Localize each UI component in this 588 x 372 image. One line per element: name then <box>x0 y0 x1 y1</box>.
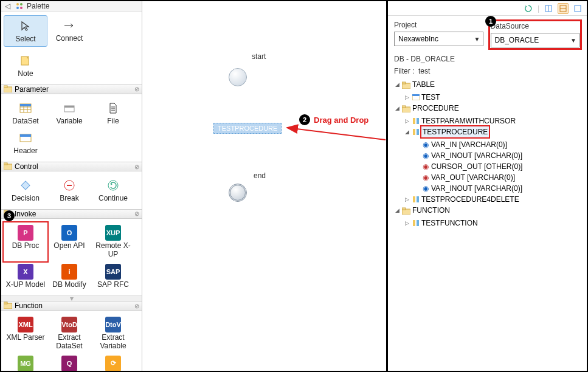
param-item[interactable]: ◉VAR_INOUT [VARCHAR(0)] <box>413 150 583 161</box>
datasource-selector: DataSource DB_ORACLE ▼ <box>489 21 581 49</box>
start-node[interactable] <box>229 68 247 86</box>
db-tree[interactable]: ◢ TABLE ▷TEST ◢ PROCEDURE ▷TESTPARAMWITH… <box>388 79 587 371</box>
folder-icon <box>4 301 12 310</box>
right-panel: | Project NexawebInc ▼ DataSource DB_ORA… <box>386 1 587 371</box>
sap-rfc-tool[interactable]: SAPSAP RFC <box>91 261 135 292</box>
collapse-handle[interactable]: ▾ <box>1 295 142 301</box>
svg-rect-49 <box>402 208 406 210</box>
end-node[interactable] <box>229 184 247 202</box>
svg-line-30 <box>287 128 386 140</box>
extract-dataset-tool[interactable]: VtoDExtract DataSet <box>47 314 91 353</box>
decision-tool[interactable]: Decision <box>4 175 47 205</box>
tree-item[interactable]: ▷TEST <box>404 92 583 103</box>
tree-function[interactable]: ◢ FUNCTION ▷TESTFUNCTION <box>394 205 583 229</box>
section-control[interactable]: Control ⊘ <box>1 162 142 171</box>
extract-variable-tool[interactable]: DtoVExtract Variable <box>91 314 135 353</box>
filter-row: Filter : test <box>388 66 587 79</box>
param-in-icon: ◉ <box>421 141 429 149</box>
svg-point-0 <box>16 3 19 5</box>
param-item[interactable]: ◉VAR_IN [VARCHAR(0)] <box>413 139 583 150</box>
palette-icon <box>15 1 24 11</box>
canvas[interactable]: start TESTPROCEDURE end 2 Drag and Drop <box>142 1 386 371</box>
project-combo[interactable]: NexawebInc ▼ <box>394 32 483 46</box>
svg-rect-43 <box>417 118 419 124</box>
tree-item[interactable]: ▷TESTFUNCTION <box>404 218 583 229</box>
layout1-icon[interactable] <box>543 3 554 14</box>
xml-icon: XML <box>18 317 33 332</box>
pin-icon[interactable]: ⊘ <box>134 303 139 309</box>
remote-xup-icon: XUP <box>105 225 121 241</box>
filter-value[interactable]: test <box>418 67 430 75</box>
layout2-icon[interactable] <box>558 3 569 14</box>
tree-table[interactable]: ◢ TABLE ▷TEST <box>394 79 583 103</box>
palette-header: ◁ Palette <box>1 1 142 12</box>
project-selector: Project NexawebInc ▼ <box>394 21 483 49</box>
param-item[interactable]: ◉VAR_OUT [VARCHAR(0)] <box>413 172 583 183</box>
file-tool[interactable]: File <box>91 98 135 128</box>
svg-rect-35 <box>575 5 581 12</box>
dataset-tool[interactable]: DataSet <box>4 98 47 128</box>
pin-icon[interactable]: ⊘ <box>134 86 139 92</box>
expand-icon[interactable]: ◢ <box>394 205 400 216</box>
param-item[interactable]: ◉VAR_INOUT [VARCHAR(0)] <box>413 183 583 194</box>
start-label: start <box>252 52 266 61</box>
xml-parser-tool[interactable]: XMLXML Parser <box>4 314 47 353</box>
file-icon <box>105 100 121 116</box>
tree-item-selected[interactable]: ◢ TESTPROCEDURE ◉VAR_IN [VARCHAR(0)] ◉VA… <box>404 126 583 194</box>
top-tools: Select Connect <box>1 12 142 50</box>
expand-icon[interactable]: ▷ <box>404 92 410 103</box>
connect-icon <box>61 18 77 33</box>
palette-title: Palette <box>27 2 49 10</box>
param-in-icon: ◉ <box>421 185 429 193</box>
select-tool[interactable]: Select <box>4 15 47 47</box>
xup-model-tool[interactable]: XX-UP Model <box>4 261 47 292</box>
func-icon <box>412 219 420 227</box>
badge-2: 2 <box>299 114 310 125</box>
dataset-loop-tool[interactable]: ⟳DataSet Loop <box>91 353 135 371</box>
merge-tool[interactable]: MGMerge <box>4 353 47 371</box>
svg-rect-6 <box>4 86 7 88</box>
break-tool[interactable]: Break <box>47 175 91 205</box>
expand-icon[interactable]: ▷ <box>404 194 410 205</box>
db-modify-tool[interactable]: iDB Modify <box>47 261 91 292</box>
tree-item[interactable]: ▷TESTPROCEDURE4DELETE <box>404 194 583 205</box>
expand-icon[interactable]: ▷ <box>404 115 410 126</box>
expand-icon[interactable]: ◢ <box>394 103 400 114</box>
svg-rect-22 <box>21 181 30 190</box>
layout3-icon[interactable] <box>572 3 583 14</box>
note-tool[interactable]: Note <box>4 50 47 81</box>
expand-icon[interactable]: ◢ <box>404 126 410 137</box>
refresh-icon[interactable] <box>523 3 534 14</box>
db-proc-tool[interactable]: PDB Proc <box>4 222 47 261</box>
datasource-combo[interactable]: DB_ORACLE ▼ <box>491 33 580 47</box>
pin-icon[interactable]: ⊘ <box>134 164 139 170</box>
variable-tool[interactable]: Variable <box>47 98 91 128</box>
open-api-tool[interactable]: OOpen API <box>47 222 91 261</box>
folder-icon <box>402 105 410 112</box>
db-modify-icon: i <box>61 264 77 280</box>
tree-item[interactable]: ▷TESTPARAMWITHCURSOR <box>404 115 583 126</box>
back-icon[interactable]: ◁ <box>4 2 11 10</box>
proc-icon <box>412 128 420 136</box>
header-tool[interactable]: Header <box>4 128 47 158</box>
continue-icon <box>105 177 121 193</box>
param-item[interactable]: ◉CURSOR_OUT [OTHER(0)] <box>413 161 583 172</box>
continue-tool[interactable]: Continue <box>91 175 135 205</box>
connect-tool[interactable]: Connect <box>47 15 91 47</box>
tree-procedure[interactable]: ◢ PROCEDURE ▷TESTPARAMWITHCURSOR ◢ TESTP… <box>394 103 583 205</box>
badge-3: 3 <box>4 210 15 221</box>
section-function[interactable]: Function ⊘ <box>1 301 142 311</box>
section-parameter[interactable]: Parameter ⊘ <box>1 84 142 94</box>
pin-icon[interactable]: ⊘ <box>134 210 139 217</box>
right-toolbar: | <box>388 1 587 16</box>
expand-icon[interactable]: ▷ <box>404 218 410 229</box>
folder-icon <box>402 81 410 88</box>
svg-rect-37 <box>402 82 406 84</box>
section-invoke[interactable]: Invoke ⊘ <box>1 209 142 219</box>
quick-merge-tool[interactable]: QQuick Merge <box>47 353 91 371</box>
svg-rect-29 <box>4 302 7 304</box>
expand-icon[interactable]: ◢ <box>394 79 400 90</box>
remote-xup-tool[interactable]: XUPRemote X-UP <box>91 222 135 261</box>
diamond-icon <box>18 177 33 193</box>
proc-icon <box>412 196 420 204</box>
